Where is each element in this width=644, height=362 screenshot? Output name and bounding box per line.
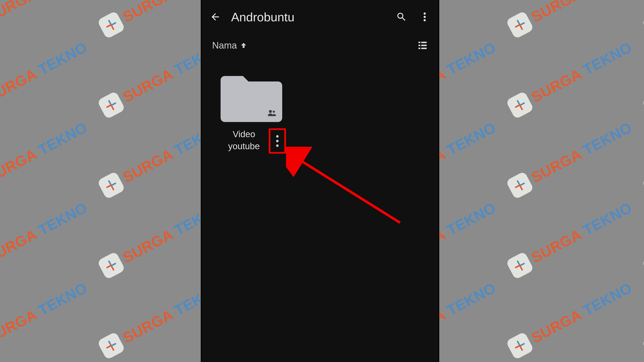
content-area: Video youtube <box>202 57 438 158</box>
appbar-title: Androbuntu <box>231 10 386 24</box>
watermark-logo-icon <box>97 251 126 280</box>
watermark-logo-icon <box>506 171 534 200</box>
watermark-logo-icon <box>97 332 126 360</box>
list-view-icon <box>417 40 428 51</box>
watermark-item: SURGA TEKNO <box>628 332 644 362</box>
watermark-logo-icon <box>97 91 126 119</box>
folder-icon <box>220 74 282 122</box>
svg-rect-3 <box>418 42 420 43</box>
svg-rect-6 <box>421 45 427 46</box>
folder-label-row: Video youtube <box>220 128 286 154</box>
watermark-text: SURGA TEKNO <box>528 0 635 26</box>
watermark-item: SURGA TEKNO <box>0 91 105 226</box>
annotation-arrow <box>286 147 406 227</box>
sort-bar: Nama <box>202 34 438 57</box>
phone-screen: Androbuntu Nama <box>201 0 439 362</box>
watermark-text: SURGA TEKNO <box>0 0 90 26</box>
watermark-logo-icon <box>642 332 644 360</box>
svg-point-13 <box>276 144 278 147</box>
arrow-up-icon <box>240 42 248 49</box>
watermark-logo-icon <box>506 91 534 119</box>
back-button[interactable] <box>208 10 223 24</box>
svg-rect-5 <box>418 45 420 46</box>
watermark-text: SURGA TEKNO <box>0 360 90 362</box>
watermark-text: SURGA TEKNO <box>0 39 90 106</box>
appbar-more-button[interactable] <box>417 10 432 24</box>
view-toggle-button[interactable] <box>415 38 430 53</box>
more-vertical-icon <box>424 12 426 21</box>
svg-point-1 <box>424 16 426 18</box>
svg-rect-7 <box>418 48 420 49</box>
svg-line-15 <box>299 159 400 223</box>
watermark-text: SURGA TEKNO <box>528 360 635 362</box>
shared-icon <box>268 110 276 117</box>
watermark-text: SURGA TEKNO <box>528 199 635 266</box>
watermark-item: SURGA TEKNO <box>492 0 644 65</box>
watermark-item: SURGA TEKNO <box>492 252 644 362</box>
watermark-item: SURGA TEKNO <box>0 11 105 146</box>
watermark-item: SURGA TEKNO <box>492 91 644 226</box>
watermark-logo-icon <box>506 251 534 280</box>
sort-label-text: Nama <box>212 40 237 51</box>
watermark-item: SURGA TEKNO <box>0 252 105 362</box>
folder-item[interactable]: Video youtube <box>220 74 286 154</box>
watermark-text: SURGA TEKNO <box>528 39 635 106</box>
watermark-item: SURGA TEKNO <box>492 332 644 362</box>
watermark-text: SURGA TEKNO <box>528 119 635 186</box>
watermark-text: SURGA TEKNO <box>0 119 90 186</box>
watermark-text: SURGA TEKNO <box>0 199 90 266</box>
watermark-text: SURGA TEKNO <box>528 279 635 346</box>
more-vertical-icon <box>276 135 278 147</box>
watermark-item: SURGA TEKNO <box>628 11 644 146</box>
watermark-logo-icon <box>642 10 644 39</box>
watermark-item: SURGA TEKNO <box>0 332 105 362</box>
watermark-item: SURGA TEKNO <box>492 171 644 306</box>
svg-rect-4 <box>421 42 427 43</box>
watermark-item: SURGA TEKNO <box>0 171 105 306</box>
watermark-logo-icon <box>97 171 126 200</box>
watermark-item: SURGA TEKNO <box>628 252 644 362</box>
search-button[interactable] <box>394 10 409 24</box>
watermark-logo-icon <box>506 10 534 39</box>
watermark-item: SURGA TEKNO <box>628 0 644 65</box>
svg-point-11 <box>276 135 278 138</box>
svg-point-0 <box>424 12 426 15</box>
svg-point-10 <box>273 110 275 113</box>
arrow-left-icon <box>210 12 221 22</box>
watermark-logo-icon <box>506 332 534 360</box>
svg-point-2 <box>424 19 426 22</box>
watermark-logo-icon <box>642 171 644 200</box>
watermark-item: SURGA TEKNO <box>0 0 105 65</box>
watermark-item: SURGA TEKNO <box>628 171 644 306</box>
watermark-logo-icon <box>97 10 126 39</box>
watermark-item: SURGA TEKNO <box>628 91 644 226</box>
svg-point-12 <box>276 140 278 142</box>
svg-rect-8 <box>421 48 427 49</box>
watermark-logo-icon <box>642 251 644 280</box>
watermark-logo-icon <box>642 91 644 119</box>
app-bar: Androbuntu <box>202 0 438 34</box>
item-more-button[interactable] <box>269 128 286 154</box>
watermark-item: SURGA TEKNO <box>492 11 644 146</box>
svg-point-9 <box>269 110 272 113</box>
folder-name: Video youtube <box>220 128 268 152</box>
search-icon <box>396 12 407 22</box>
sort-button[interactable]: Nama <box>212 40 248 51</box>
watermark-text: SURGA TEKNO <box>0 279 90 346</box>
